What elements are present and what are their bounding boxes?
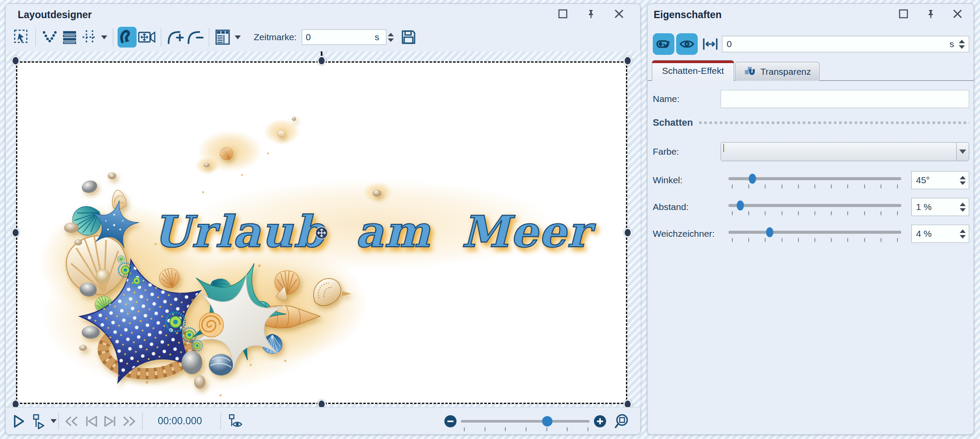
zoom-in-button[interactable] xyxy=(593,407,607,435)
maximize-icon xyxy=(558,9,568,19)
winkel-slider[interactable] xyxy=(728,170,901,190)
transparenz-icon xyxy=(744,66,757,78)
width-arrows-icon xyxy=(702,36,718,52)
farbe-label: Farbe: xyxy=(653,146,721,157)
weichzeichner-spinner[interactable] xyxy=(958,229,967,239)
winkel-slider-thumb[interactable] xyxy=(749,174,756,184)
close-button[interactable] xyxy=(613,7,626,20)
canvas-zoom-slider[interactable] xyxy=(461,420,590,423)
fast-forward-icon xyxy=(121,414,137,428)
visibility-button[interactable] xyxy=(676,33,698,55)
object-time-input[interactable]: 0 s xyxy=(722,36,969,52)
preview-marker-button[interactable] xyxy=(227,407,244,435)
zoom-out-button[interactable] xyxy=(444,407,457,435)
pin-button[interactable] xyxy=(924,7,937,20)
slider-ticks xyxy=(732,211,898,215)
name-input[interactable] xyxy=(721,90,969,108)
previous-frame-button[interactable] xyxy=(83,407,99,435)
zeitmarke-label: Zeitmarke: xyxy=(254,32,297,42)
play-from-marker-button[interactable] xyxy=(31,407,45,435)
camera-view-button[interactable] xyxy=(137,27,156,48)
abstand-slider[interactable] xyxy=(728,197,901,217)
resize-handle-top-left[interactable] xyxy=(11,56,20,66)
abstand-spinner[interactable] xyxy=(958,203,967,212)
time-spinner[interactable] xyxy=(958,40,966,49)
playbar-separator xyxy=(58,413,59,430)
tab-schatten-effekt[interactable]: Schatten-Effekt xyxy=(652,60,734,81)
zoom-slider-thumb[interactable] xyxy=(542,416,552,426)
maximize-icon xyxy=(898,9,909,19)
add-curve-point-button[interactable] xyxy=(166,27,185,48)
table-view-button[interactable] xyxy=(214,27,233,48)
name-label: Name: xyxy=(653,94,721,104)
weichzeichner-slider-thumb[interactable] xyxy=(766,227,773,237)
weichzeichner-slider[interactable] xyxy=(728,224,901,244)
maximize-button[interactable] xyxy=(556,7,569,20)
pin-icon xyxy=(586,9,596,19)
next-frame-button[interactable] xyxy=(102,407,118,435)
layoutdesigner-titlebar: Layoutdesigner xyxy=(6,4,640,23)
resize-handle-bottom-right[interactable] xyxy=(623,399,632,408)
toggle-active-button[interactable] xyxy=(653,33,674,55)
resize-handle-top-middle[interactable] xyxy=(317,56,326,66)
play-icon xyxy=(12,414,26,429)
winkel-label: Winkel: xyxy=(653,175,728,185)
resize-handle-middle-left[interactable] xyxy=(11,228,20,238)
motion-path-button[interactable] xyxy=(118,27,137,48)
zeitmarke-spinner[interactable] xyxy=(386,33,395,42)
close-button[interactable] xyxy=(951,7,964,20)
close-icon xyxy=(614,9,624,19)
playback-bar: 00:00.000 xyxy=(6,407,640,434)
tab-transparenz[interactable]: Transparenz xyxy=(735,62,820,81)
properties-toolbar: 0 s xyxy=(653,33,969,55)
camera-view-icon xyxy=(137,29,156,45)
grid-dropdown[interactable] xyxy=(101,35,107,39)
maximize-button[interactable] xyxy=(897,7,910,20)
point-curve-icon xyxy=(41,29,58,45)
playbar-separator xyxy=(142,413,143,430)
schatten-section-label: Schatten xyxy=(653,117,693,128)
table-view-dropdown[interactable] xyxy=(235,35,241,39)
motion-path-icon xyxy=(118,28,136,46)
remove-curve-point-icon xyxy=(186,29,204,45)
save-button[interactable] xyxy=(400,29,417,45)
canvas-area: Urlaub am Meer Urlaub am Meer Urlaub am … xyxy=(6,51,641,408)
rewind-button[interactable] xyxy=(64,407,79,435)
zeitmarke-input[interactable]: 0 s xyxy=(302,29,386,45)
play-button[interactable] xyxy=(12,407,26,435)
layers-icon xyxy=(61,29,78,45)
canvas-headline: Urlaub am Meer xyxy=(153,206,596,257)
toggle-check-icon xyxy=(656,38,671,51)
resize-handle-middle-right[interactable] xyxy=(623,228,632,238)
layers-button[interactable] xyxy=(60,27,79,48)
pin-button[interactable] xyxy=(584,7,597,20)
move-handle[interactable] xyxy=(315,226,328,239)
marquee-select-button[interactable] xyxy=(12,27,31,48)
section-divider xyxy=(699,121,969,124)
panel-title: Layoutdesigner xyxy=(18,9,92,21)
marquee-select-icon xyxy=(13,29,30,45)
remove-curve-point-button[interactable] xyxy=(185,27,204,48)
close-icon xyxy=(952,9,963,19)
resize-handle-bottom-middle[interactable] xyxy=(317,399,326,408)
abstand-value-input[interactable]: 1 % xyxy=(911,198,969,216)
resize-handle-top-right[interactable] xyxy=(623,56,632,66)
winkel-spinner[interactable] xyxy=(958,176,967,185)
play-options-dropdown[interactable] xyxy=(49,407,58,435)
shadow-color-button[interactable] xyxy=(721,142,957,161)
toolbar-separator xyxy=(113,28,113,46)
eigenschaften-titlebar: Eigenschaften xyxy=(648,4,974,23)
zoom-fit-button[interactable] xyxy=(614,407,631,435)
slider-ticks xyxy=(732,185,898,188)
winkel-value-input[interactable]: 45° xyxy=(911,171,969,189)
shadow-color-dropdown[interactable] xyxy=(957,142,969,161)
point-curve-button[interactable] xyxy=(40,27,59,48)
fast-forward-button[interactable] xyxy=(121,407,137,435)
table-view-icon xyxy=(215,29,231,46)
zoom-in-icon xyxy=(593,414,607,428)
duration-button[interactable] xyxy=(702,36,718,52)
resize-handle-bottom-left[interactable] xyxy=(11,399,20,408)
weichzeichner-value-input[interactable]: 4 % xyxy=(911,225,969,243)
abstand-slider-thumb[interactable] xyxy=(737,200,744,210)
grid-button[interactable] xyxy=(80,27,99,48)
